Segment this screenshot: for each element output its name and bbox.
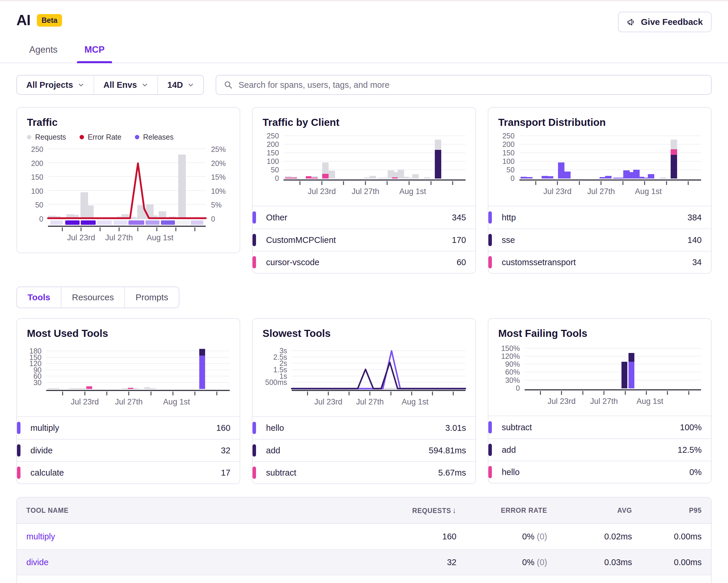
x-axis-tick — [390, 391, 391, 396]
y-axis-label: 150 — [502, 149, 515, 157]
y-axis-label: 0 — [511, 174, 515, 182]
y-axis-label: 180 — [29, 347, 42, 355]
gridline — [525, 348, 701, 349]
x-axis-tick — [452, 181, 453, 185]
bar-segment — [424, 177, 431, 179]
legend-row[interactable]: divide32 — [17, 439, 240, 461]
traffic-by-client-list: Other345CustomMCPClient170cursor-vscode6… — [253, 206, 475, 273]
legend-row[interactable]: subtract5.67ms — [253, 461, 475, 483]
bar-segment — [290, 177, 297, 178]
column-header-tool-name[interactable]: TOOL NAME — [17, 507, 383, 514]
x-axis-label: Jul 27th — [590, 397, 618, 406]
bar-segment — [329, 171, 335, 179]
legend-label: cursor-vscode — [266, 257, 457, 267]
legend-item-error-rate: Error Rate — [80, 133, 122, 142]
table-body: multiply1600% (0)0.02ms0.00msdivide320% … — [17, 524, 711, 583]
legend-value: 3.01s — [445, 423, 466, 433]
search-icon — [224, 80, 233, 89]
x-axis-tick — [646, 391, 647, 395]
transport-distribution-list: http384sse140customssetransport34 — [488, 206, 711, 273]
x-axis-tick — [561, 391, 562, 395]
legend-row[interactable]: CustomMCPClient170 — [253, 229, 475, 251]
slowest-tools-chart: 500ms1s1.5s2s2.5s3sJul 23rdJul 27thAug 1… — [262, 345, 465, 411]
legend-row[interactable]: calculate17 — [17, 461, 240, 483]
column-header-error-rate[interactable]: ERROR RATE — [457, 507, 547, 514]
releases-dot-icon — [135, 135, 139, 139]
tab-agents[interactable]: Agents — [27, 40, 60, 62]
x-axis-label: Jul 23rd — [71, 398, 99, 407]
table-row: divide320% (0)0.03ms0.00ms — [17, 550, 711, 575]
x-axis-tick — [601, 181, 602, 185]
x-axis-tick — [157, 227, 157, 231]
projects-filter-dropdown[interactable]: All Projects — [17, 76, 94, 94]
release-segment — [81, 220, 96, 225]
x-axis-tick — [409, 181, 410, 185]
legend-row[interactable]: http384 — [488, 206, 711, 229]
tool-name-link[interactable]: divide — [26, 558, 49, 567]
column-header-avg[interactable]: AVG — [547, 507, 632, 514]
x-axis-label: Aug 1st — [163, 398, 190, 407]
date-range-dropdown[interactable]: 14D — [158, 76, 203, 94]
column-header-p95[interactable]: P95 — [632, 507, 711, 514]
y-axis-label: 0 — [39, 215, 43, 223]
y-axis-label: 250 — [267, 132, 279, 140]
x-axis-label: Aug 1st — [147, 233, 174, 242]
release-segment — [128, 220, 144, 225]
y-axis-label: 50 — [271, 166, 279, 174]
legend-value: 12.5% — [678, 445, 702, 455]
search-box[interactable] — [216, 75, 711, 95]
tab-mcp[interactable]: MCP — [82, 40, 107, 62]
legend-item-requests: Requests — [27, 133, 66, 142]
plot-wrap: Jul 23rdJul 27thAug 1st — [48, 146, 206, 247]
give-feedback-button[interactable]: Give Feedback — [618, 12, 711, 32]
legend-row[interactable]: multiply160 — [17, 417, 240, 439]
legend-label: subtract — [502, 423, 680, 432]
column-header-requests[interactable]: REQUESTS↓ — [383, 506, 457, 515]
card-title: Traffic — [27, 117, 230, 128]
legend-label: Requests — [35, 133, 66, 142]
legend-row[interactable]: customssetransport34 — [488, 251, 711, 273]
bar-segment — [86, 386, 92, 389]
legend-row[interactable]: hello3.01s — [253, 417, 475, 439]
legend-row[interactable]: Other345 — [253, 206, 475, 229]
transport-distribution-card: Transport Distribution 050100150200250Ju… — [488, 107, 711, 274]
chevron-down-icon — [78, 83, 84, 87]
y-axis-right: 05%10%15%20%25% — [206, 146, 230, 219]
bar-segment — [435, 150, 441, 179]
y-axis-label: 90% — [505, 360, 520, 368]
bar-segment — [199, 356, 205, 389]
bar-segment — [622, 362, 627, 388]
tab-tools[interactable]: Tools — [17, 287, 61, 308]
legend-row[interactable]: hello0% — [488, 461, 711, 483]
legend-color-pill — [17, 444, 21, 457]
legend-row[interactable]: add594.81ms — [253, 439, 475, 461]
bar-segment — [526, 177, 532, 179]
x-axis-tick — [432, 391, 433, 396]
x-axis-tick — [644, 181, 645, 185]
error-rate-value: 0% — [522, 532, 535, 541]
legend-row[interactable]: sse140 — [488, 229, 711, 251]
x-axis-tick — [175, 227, 176, 231]
tab-resources[interactable]: Resources — [61, 287, 124, 308]
legend-row[interactable]: add12.5% — [488, 438, 711, 461]
x-axis-tick — [328, 391, 329, 396]
section-tabs: Tools Resources Prompts — [17, 286, 179, 308]
p95-cell: 0.00ms — [632, 558, 711, 567]
bar-segment — [412, 174, 419, 179]
chart-area: 306090120150180Jul 23rdJul 27thAug 1st — [27, 345, 230, 411]
envs-filter-dropdown[interactable]: All Envs — [94, 76, 158, 94]
tool-name-link[interactable]: multiply — [26, 532, 55, 541]
x-axis-tick — [343, 181, 344, 185]
bar-segment — [322, 162, 329, 174]
legend-row[interactable]: cursor-vscode60 — [253, 251, 475, 273]
y-axis-label: 20% — [211, 159, 226, 168]
x-axis — [48, 226, 206, 231]
y-axis-label: 150 — [31, 173, 43, 181]
search-input[interactable] — [238, 80, 703, 90]
legend-color-pill — [253, 444, 256, 457]
legend-row[interactable]: subtract100% — [488, 416, 711, 438]
legend-label: Other — [266, 213, 452, 223]
projects-filter-label: All Projects — [26, 80, 73, 90]
tab-prompts[interactable]: Prompts — [124, 287, 179, 308]
avg-cell: 0.02ms — [547, 532, 632, 541]
